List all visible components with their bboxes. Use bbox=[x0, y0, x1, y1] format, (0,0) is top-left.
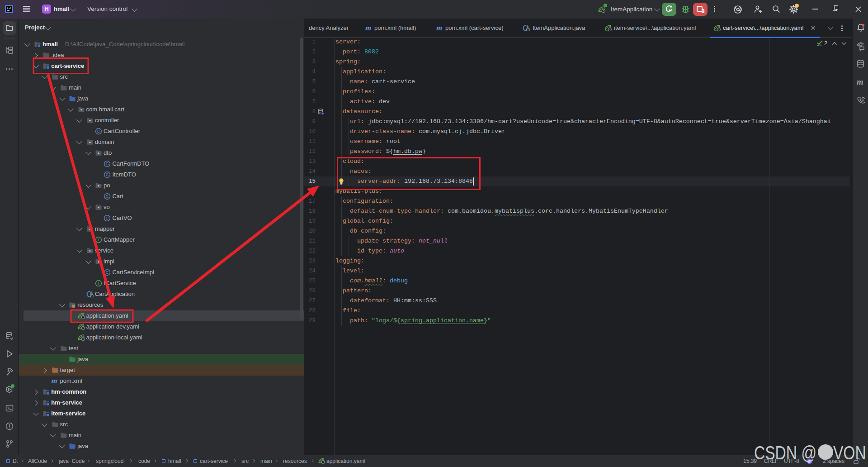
svg-text:C: C bbox=[97, 129, 100, 133]
svg-text:I: I bbox=[98, 281, 99, 286]
svg-text:C: C bbox=[106, 216, 109, 220]
svg-text:I: I bbox=[98, 238, 99, 242]
svg-text:C: C bbox=[106, 194, 109, 199]
svg-text:C: C bbox=[106, 162, 109, 166]
svg-text:C: C bbox=[106, 270, 109, 275]
svg-text:C: C bbox=[106, 172, 109, 177]
